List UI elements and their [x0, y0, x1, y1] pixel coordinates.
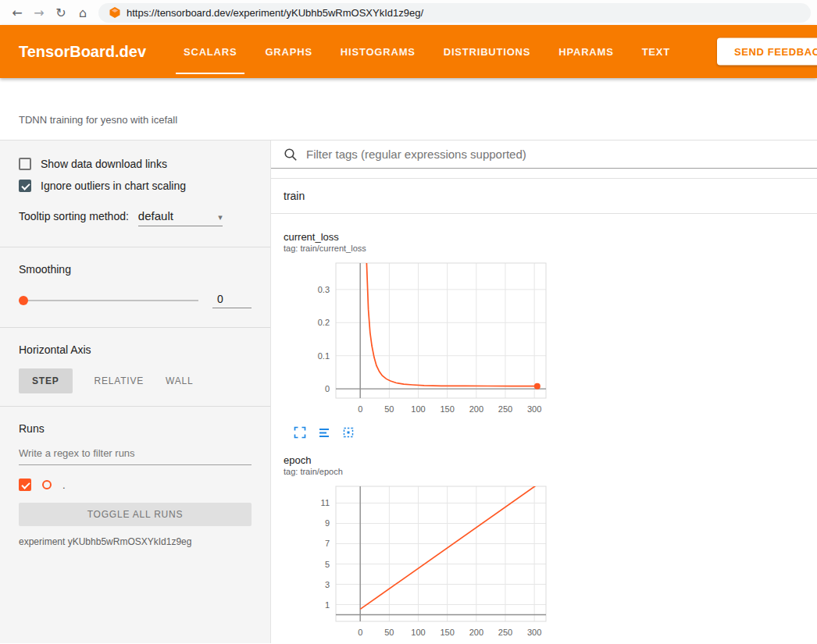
smoothing-label: Smoothing	[19, 263, 252, 276]
chevron-down-icon: ▾	[218, 212, 223, 222]
address-bar[interactable]: https://tensorboard.dev/experiment/yKUbh…	[98, 3, 811, 23]
toggle-all-runs-button[interactable]: TOGGLE ALL RUNS	[19, 503, 252, 526]
charts-grid: current_losstag: train/current_loss05010…	[271, 214, 817, 643]
svg-text:5: 5	[325, 560, 330, 569]
svg-text:200: 200	[469, 404, 483, 414]
runs-label: Runs	[19, 422, 252, 435]
ignore-outliers-label: Ignore outliers in chart scaling	[41, 180, 186, 192]
tensorboard-favicon	[109, 7, 120, 18]
home-icon[interactable]: ⌂	[72, 2, 94, 23]
tab-graphs[interactable]: GRAPHS	[265, 25, 312, 78]
smoothing-section: Smoothing 0	[0, 247, 270, 328]
train-card: train current_losstag: train/current_los…	[271, 178, 817, 643]
axis-option-wall[interactable]: WALL	[166, 368, 193, 393]
run-row: .	[19, 479, 252, 491]
back-icon[interactable]: ←	[6, 2, 28, 23]
fit-domain-icon[interactable]	[342, 426, 355, 439]
chart-card-current_loss: current_losstag: train/current_loss05010…	[284, 231, 549, 440]
content: Show data download links Ignore outliers…	[0, 141, 817, 643]
svg-text:3: 3	[325, 580, 330, 589]
settings-sidebar: Show data download links Ignore outliers…	[0, 141, 271, 643]
runs-filter-input[interactable]	[19, 447, 252, 465]
svg-text:300: 300	[527, 628, 541, 637]
tab-histograms[interactable]: HISTOGRAMS	[341, 25, 416, 78]
ignore-outliers-row[interactable]: Ignore outliers in chart scaling	[19, 180, 252, 192]
svg-text:9: 9	[325, 518, 330, 528]
svg-text:150: 150	[440, 628, 454, 637]
svg-text:0: 0	[358, 628, 362, 637]
svg-text:0.2: 0.2	[318, 318, 330, 327]
chart-card-epoch: epochtag: train/epoch0501001502002503001…	[284, 454, 549, 643]
tooltip-sorting-row: Tooltip sorting method: default ▾	[19, 209, 252, 226]
svg-text:150: 150	[440, 404, 454, 414]
run-lines-icon[interactable]	[318, 426, 330, 439]
tag-filter-row	[271, 141, 817, 169]
smoothing-slider-row: 0	[19, 293, 252, 308]
chart-tag: tag: train/current_loss	[284, 244, 549, 254]
chart-title: epoch	[284, 454, 549, 467]
axis-option-relative[interactable]: RELATIVE	[95, 368, 144, 393]
chart-title: current_loss	[284, 231, 549, 244]
experiment-name: experiment yKUbhb5wRmOSXYkId1z9eg	[19, 536, 252, 547]
runs-section: Runs . TOGGLE ALL RUNS experiment yKUbhb…	[0, 407, 270, 568]
horizontal-axis-buttons: STEPRELATIVEWALL	[19, 368, 252, 393]
tab-scalars[interactable]: SCALARS	[184, 25, 237, 78]
svg-text:1: 1	[325, 600, 330, 610]
svg-text:0: 0	[325, 384, 330, 393]
chart-toolbar	[284, 425, 549, 440]
general-settings-section: Show data download links Ignore outliers…	[0, 141, 270, 247]
axis-option-step[interactable]: STEP	[19, 368, 73, 393]
ignore-outliers-checkbox[interactable]	[19, 180, 31, 192]
run-name: .	[62, 479, 66, 491]
show-download-links-label: Show data download links	[41, 158, 167, 170]
svg-text:7: 7	[325, 539, 330, 548]
show-download-links-checkbox[interactable]	[19, 158, 31, 170]
tooltip-sorting-dropdown[interactable]: default ▾	[138, 209, 223, 226]
chart-tag: tag: train/epoch	[284, 467, 549, 478]
smoothing-slider[interactable]	[19, 300, 198, 301]
train-card-header[interactable]: train	[271, 179, 817, 214]
svg-text:100: 100	[411, 404, 425, 414]
horizontal-axis-label: Horizontal Axis	[19, 343, 252, 356]
url-text: https://tensorboard.dev/experiment/yKUbh…	[127, 7, 423, 19]
send-feedback-button[interactable]: SEND FEEDBACK	[717, 38, 817, 66]
svg-text:100: 100	[411, 628, 425, 637]
refresh-icon[interactable]: ↻	[50, 2, 72, 23]
tab-text[interactable]: TEXT	[642, 25, 670, 78]
browser-toolbar: ← → ↻ ⌂ https://tensorboard.dev/experime…	[0, 0, 817, 25]
svg-text:0.3: 0.3	[318, 285, 330, 294]
svg-text:300: 300	[527, 404, 541, 414]
svg-text:50: 50	[384, 404, 394, 414]
svg-text:0: 0	[358, 404, 362, 414]
forward-icon[interactable]: →	[28, 2, 50, 23]
app-title: TensorBoard.dev	[19, 43, 146, 61]
run-color-swatch[interactable]	[42, 480, 52, 489]
experiment-strip: TDNN training for yesno with icefall	[0, 78, 817, 141]
app-header: TensorBoard.dev SCALARSGRAPHSHISTOGRAMSD…	[0, 25, 817, 78]
tooltip-sorting-label: Tooltip sorting method:	[19, 210, 129, 222]
svg-text:200: 200	[469, 628, 483, 637]
experiment-description: TDNN training for yesno with icefall	[19, 114, 177, 126]
run-checkbox[interactable]	[19, 479, 31, 491]
svg-text:250: 250	[498, 404, 512, 414]
screen: ← → ↻ ⌂ https://tensorboard.dev/experime…	[0, 0, 817, 644]
tag-filter-input[interactable]	[305, 147, 817, 162]
search-icon	[284, 148, 298, 162]
train-card-title: train	[284, 190, 305, 202]
horizontal-axis-section: Horizontal Axis STEPRELATIVEWALL	[0, 328, 270, 407]
svg-text:250: 250	[498, 628, 512, 637]
tooltip-sorting-value: default	[138, 209, 173, 222]
svg-text:0.1: 0.1	[318, 351, 330, 361]
smoothing-slider-thumb[interactable]	[19, 296, 28, 305]
svg-text:11: 11	[321, 498, 330, 507]
show-download-links-row[interactable]: Show data download links	[19, 158, 252, 170]
tab-hparams[interactable]: HPARAMS	[558, 25, 613, 78]
tab-distributions[interactable]: DISTRIBUTIONS	[444, 25, 531, 78]
main-panel: train current_losstag: train/current_los…	[271, 141, 817, 643]
main-nav: SCALARSGRAPHSHISTOGRAMSDISTRIBUTIONSHPAR…	[184, 25, 670, 78]
chart-plot-current_loss[interactable]: 05010015020025030000.10.20.3	[284, 259, 549, 418]
expand-icon[interactable]	[294, 426, 306, 439]
smoothing-value[interactable]: 0	[212, 293, 252, 308]
svg-text:50: 50	[384, 628, 394, 637]
chart-plot-epoch[interactable]: 0501001502002503001357911	[284, 482, 549, 642]
